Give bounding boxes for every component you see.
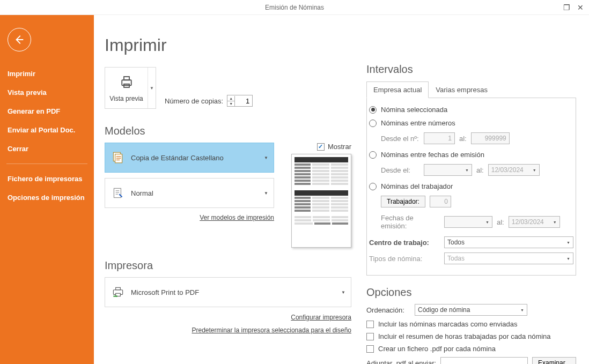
cb-incluir-enviadas[interactable] bbox=[366, 321, 374, 328]
impresora-title: Impresora bbox=[105, 259, 351, 272]
chevron-down-icon: ▼ bbox=[341, 290, 345, 295]
sidebar-item-imprimir[interactable]: Imprimir bbox=[0, 64, 94, 83]
vista-previa-label: Vista previa bbox=[109, 95, 143, 102]
close-icon[interactable]: ✕ bbox=[575, 2, 586, 13]
al-label: al: bbox=[459, 135, 467, 143]
opciones-title: Opciones bbox=[366, 286, 576, 299]
spinner-down-icon[interactable]: ▼ bbox=[227, 101, 234, 106]
radio-label: Nóminas entre números bbox=[381, 119, 455, 127]
vista-previa-dropdown[interactable]: ▼ bbox=[148, 68, 156, 108]
cb-label: Crear un fichero .pdf por cada nómina bbox=[378, 345, 496, 353]
svg-rect-1 bbox=[124, 77, 129, 80]
window-title: Emisión de Nóminas bbox=[265, 4, 324, 11]
ordenacion-label: Ordenación: bbox=[366, 306, 409, 314]
model-row[interactable]: Normal ▼ bbox=[105, 178, 274, 208]
title-bar: Emisión de Nóminas ❐ ✕ bbox=[0, 0, 589, 15]
mostrar-checkbox[interactable]: ✓ bbox=[317, 143, 325, 151]
sidebar-item-opciones-impresion[interactable]: Opciones de impresión bbox=[0, 188, 94, 207]
model-label: Copia de Estándar Castellano bbox=[131, 154, 224, 162]
model-label: Normal bbox=[131, 189, 153, 197]
radio-nomina-seleccionada[interactable] bbox=[369, 106, 377, 114]
sidebar-item-generar-pdf[interactable]: Generar en PDF bbox=[0, 102, 94, 121]
chevron-down-icon: ▼ bbox=[264, 191, 268, 196]
cb-incluir-resumen[interactable] bbox=[366, 333, 374, 340]
adjuntar-label: Adjuntar .pdf al enviar: bbox=[366, 359, 436, 365]
radio-nominas-entre-numeros[interactable] bbox=[369, 120, 377, 127]
fecha-hasta-select[interactable]: 12/03/2024▼ bbox=[488, 164, 540, 176]
page-title: Imprimir bbox=[105, 35, 351, 55]
desde-n-input[interactable] bbox=[424, 132, 455, 144]
radio-label: Nómina seleccionada bbox=[381, 106, 447, 114]
printer-device-icon bbox=[111, 285, 126, 300]
sidebar-item-cerrar[interactable]: Cerrar bbox=[0, 139, 94, 158]
desde-n-label: Desde el nº: bbox=[381, 135, 419, 143]
chevron-down-icon: ▼ bbox=[264, 155, 268, 160]
num-copias-spinner[interactable]: ▲ ▼ bbox=[227, 95, 253, 107]
trabajador-button[interactable]: Trabajador: bbox=[381, 196, 425, 207]
fecha-emi-hasta-select[interactable]: 12/03/2024▼ bbox=[509, 216, 560, 228]
model-row-selected[interactable]: Copia de Estándar Castellano ▼ bbox=[105, 143, 274, 173]
radio-nominas-entre-fechas[interactable] bbox=[369, 151, 377, 159]
vista-previa-button[interactable]: Vista previa bbox=[105, 68, 148, 108]
cb-label: Incluir el resumen de horas trabajadas p… bbox=[378, 332, 551, 340]
al-label: al: bbox=[476, 166, 484, 174]
svg-rect-5 bbox=[114, 188, 121, 197]
sidebar-item-vista-previa[interactable]: Vista previa bbox=[0, 83, 94, 102]
spinner-up-icon[interactable]: ▲ bbox=[227, 96, 234, 101]
radio-label: Nóminas entre fechas de emisión bbox=[381, 151, 484, 159]
modelos-title: Modelos bbox=[105, 125, 351, 137]
trabajador-input[interactable] bbox=[430, 196, 451, 207]
svg-rect-0 bbox=[122, 80, 131, 85]
sidebar-divider bbox=[6, 164, 87, 164]
svg-rect-7 bbox=[116, 287, 121, 289]
num-copias-input[interactable] bbox=[235, 97, 252, 105]
back-button[interactable] bbox=[8, 28, 31, 51]
desde-el-label: Desde el: bbox=[381, 166, 419, 174]
examinar-button[interactable]: Examinar... bbox=[532, 357, 576, 364]
adjuntar-input[interactable] bbox=[440, 357, 528, 364]
tipos-nomina-select[interactable]: Todas▼ bbox=[444, 252, 573, 264]
sidebar: Imprimir Vista previa Generar en PDF Env… bbox=[0, 15, 94, 364]
centro-trabajo-select[interactable]: Todos▼ bbox=[444, 236, 573, 248]
radio-label: Nóminas del trabajador bbox=[381, 182, 453, 190]
printer-icon bbox=[119, 74, 135, 92]
printer-name: Microsoft Print to PDF bbox=[131, 288, 199, 296]
link-configurar-impresora[interactable]: Configurar impresora bbox=[105, 314, 351, 321]
hasta-n-input[interactable] bbox=[471, 132, 510, 144]
cb-crear-pdf[interactable] bbox=[366, 345, 374, 353]
intervalos-title: Intervalos bbox=[366, 63, 576, 76]
vista-previa-box: Vista previa ▼ bbox=[105, 67, 156, 109]
document-copy-icon bbox=[111, 150, 126, 165]
preview-thumbnail[interactable] bbox=[291, 154, 351, 248]
tab-varias-empresas[interactable]: Varias empresas bbox=[429, 81, 495, 98]
link-ver-modelos[interactable]: Ver modelos de impresión bbox=[200, 214, 274, 221]
tab-empresa-actual[interactable]: Empresa actual bbox=[366, 81, 429, 98]
fecha-desde-select[interactable]: ▼ bbox=[424, 164, 472, 176]
ordenacion-select[interactable]: Código de nómina▼ bbox=[415, 304, 527, 316]
cb-label: Incluir las nóminas marcadas como enviad… bbox=[378, 320, 517, 328]
link-predeterminar-impresora[interactable]: Predeterminar la impresora seleccionada … bbox=[105, 326, 351, 334]
centro-trabajo-label: Centro de trabajo: bbox=[369, 239, 439, 247]
printer-selector[interactable]: Microsoft Print to PDF ▼ bbox=[105, 277, 351, 307]
tipos-nomina-label: Tipos de nómina: bbox=[369, 255, 439, 263]
fecha-emi-desde-select[interactable]: ▼ bbox=[444, 216, 492, 228]
document-edit-icon bbox=[111, 185, 126, 200]
al-label: al: bbox=[497, 218, 504, 226]
sidebar-item-enviar-portal[interactable]: Enviar al Portal Doc. bbox=[0, 121, 94, 139]
radio-nominas-trabajador[interactable] bbox=[369, 183, 377, 190]
intervalos-tabs: Empresa actual Varias empresas bbox=[366, 81, 576, 98]
num-copias-label: Número de copias: bbox=[165, 97, 223, 105]
mostrar-label: Mostrar bbox=[328, 143, 351, 151]
sidebar-item-fichero-impresoras[interactable]: Fichero de impresoras bbox=[0, 169, 94, 188]
maximize-icon[interactable]: ❐ bbox=[561, 2, 572, 13]
fechas-emision-label: Fechas de emisión: bbox=[381, 214, 440, 230]
